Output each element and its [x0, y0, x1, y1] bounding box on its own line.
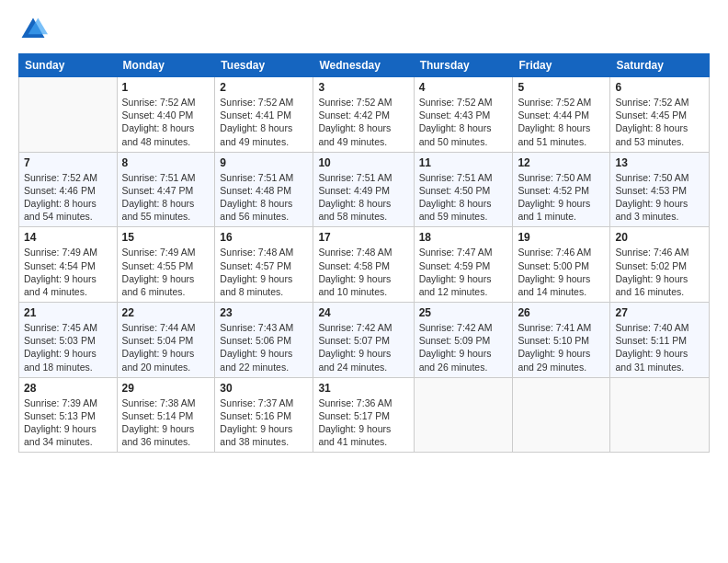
day-number: 1 — [122, 81, 210, 94]
calendar-cell — [513, 377, 610, 453]
calendar-cell: 16Sunrise: 7:48 AMSunset: 4:57 PMDayligh… — [215, 227, 313, 303]
calendar-cell: 31Sunrise: 7:36 AMSunset: 5:17 PMDayligh… — [313, 377, 414, 453]
day-info: Sunrise: 7:43 AMSunset: 5:06 PMDaylight:… — [220, 321, 308, 373]
day-number: 11 — [419, 156, 508, 169]
day-number: 4 — [419, 81, 508, 94]
calendar-cell: 13Sunrise: 7:50 AMSunset: 4:53 PMDayligh… — [610, 152, 710, 227]
day-number: 6 — [615, 81, 704, 94]
day-info: Sunrise: 7:45 AMSunset: 5:03 PMDaylight:… — [24, 321, 112, 373]
day-number: 18 — [419, 231, 508, 244]
day-info: Sunrise: 7:36 AMSunset: 5:17 PMDaylight:… — [318, 396, 408, 449]
day-info: Sunrise: 7:49 AMSunset: 4:55 PMDaylight:… — [122, 246, 210, 298]
calendar-cell: 26Sunrise: 7:41 AMSunset: 5:10 PMDayligh… — [513, 303, 610, 378]
weekday-header-sunday: Sunday — [19, 54, 118, 77]
header — [18, 15, 710, 44]
weekday-header-monday: Monday — [117, 54, 215, 77]
day-info: Sunrise: 7:52 AMSunset: 4:40 PMDaylight:… — [122, 96, 210, 148]
day-info: Sunrise: 7:39 AMSunset: 5:13 PMDaylight:… — [24, 396, 112, 449]
day-info: Sunrise: 7:40 AMSunset: 5:11 PMDaylight:… — [615, 321, 704, 373]
day-number: 3 — [318, 81, 408, 94]
day-number: 21 — [24, 306, 112, 319]
day-number: 25 — [419, 306, 508, 319]
calendar-cell: 25Sunrise: 7:42 AMSunset: 5:09 PMDayligh… — [414, 303, 513, 378]
day-number: 17 — [318, 231, 408, 244]
calendar-cell: 27Sunrise: 7:40 AMSunset: 5:11 PMDayligh… — [610, 303, 710, 378]
day-info: Sunrise: 7:49 AMSunset: 4:54 PMDaylight:… — [24, 246, 112, 298]
day-info: Sunrise: 7:50 AMSunset: 4:53 PMDaylight:… — [615, 171, 704, 224]
day-info: Sunrise: 7:52 AMSunset: 4:46 PMDaylight:… — [24, 171, 112, 224]
day-number: 30 — [220, 382, 308, 395]
calendar-cell: 10Sunrise: 7:51 AMSunset: 4:49 PMDayligh… — [313, 152, 414, 227]
day-number: 8 — [122, 156, 210, 169]
calendar-cell: 11Sunrise: 7:51 AMSunset: 4:50 PMDayligh… — [414, 152, 513, 227]
day-number: 12 — [518, 156, 605, 169]
day-info: Sunrise: 7:50 AMSunset: 4:52 PMDaylight:… — [518, 171, 605, 224]
calendar-cell: 22Sunrise: 7:44 AMSunset: 5:04 PMDayligh… — [117, 303, 215, 378]
day-info: Sunrise: 7:46 AMSunset: 5:02 PMDaylight:… — [615, 246, 704, 298]
day-info: Sunrise: 7:44 AMSunset: 5:04 PMDaylight:… — [122, 321, 210, 373]
page: SundayMondayTuesdayWednesdayThursdayFrid… — [0, 0, 728, 563]
calendar-cell — [610, 377, 710, 453]
day-number: 26 — [518, 306, 605, 319]
day-info: Sunrise: 7:41 AMSunset: 5:10 PMDaylight:… — [518, 321, 605, 373]
day-number: 24 — [318, 306, 408, 319]
weekday-header-thursday: Thursday — [414, 54, 513, 77]
day-number: 7 — [24, 156, 112, 169]
calendar-cell: 7Sunrise: 7:52 AMSunset: 4:46 PMDaylight… — [19, 152, 118, 227]
day-info: Sunrise: 7:37 AMSunset: 5:16 PMDaylight:… — [220, 396, 308, 449]
calendar-cell: 23Sunrise: 7:43 AMSunset: 5:06 PMDayligh… — [215, 303, 313, 378]
calendar-cell: 12Sunrise: 7:50 AMSunset: 4:52 PMDayligh… — [513, 152, 610, 227]
calendar-cell: 29Sunrise: 7:38 AMSunset: 5:14 PMDayligh… — [117, 377, 215, 453]
day-info: Sunrise: 7:42 AMSunset: 5:09 PMDaylight:… — [419, 321, 508, 373]
day-number: 5 — [518, 81, 605, 94]
calendar-cell: 4Sunrise: 7:52 AMSunset: 4:43 PMDaylight… — [414, 77, 513, 153]
weekday-header-friday: Friday — [513, 54, 610, 77]
day-number: 13 — [615, 156, 704, 169]
calendar-cell — [19, 77, 118, 153]
calendar-cell: 9Sunrise: 7:51 AMSunset: 4:48 PMDaylight… — [215, 152, 313, 227]
calendar-cell: 20Sunrise: 7:46 AMSunset: 5:02 PMDayligh… — [610, 227, 710, 303]
day-info: Sunrise: 7:51 AMSunset: 4:50 PMDaylight:… — [419, 171, 508, 224]
calendar-cell: 8Sunrise: 7:51 AMSunset: 4:47 PMDaylight… — [117, 152, 215, 227]
calendar-cell: 28Sunrise: 7:39 AMSunset: 5:13 PMDayligh… — [19, 377, 118, 453]
day-info: Sunrise: 7:48 AMSunset: 4:58 PMDaylight:… — [318, 246, 408, 298]
calendar-cell: 18Sunrise: 7:47 AMSunset: 4:59 PMDayligh… — [414, 227, 513, 303]
day-number: 23 — [220, 306, 308, 319]
day-number: 10 — [318, 156, 408, 169]
calendar-cell: 19Sunrise: 7:46 AMSunset: 5:00 PMDayligh… — [513, 227, 610, 303]
day-number: 20 — [615, 231, 704, 244]
weekday-header-saturday: Saturday — [610, 54, 710, 77]
day-number: 28 — [24, 382, 112, 395]
day-info: Sunrise: 7:51 AMSunset: 4:49 PMDaylight:… — [318, 171, 408, 224]
calendar-cell: 17Sunrise: 7:48 AMSunset: 4:58 PMDayligh… — [313, 227, 414, 303]
day-info: Sunrise: 7:52 AMSunset: 4:43 PMDaylight:… — [419, 96, 508, 148]
day-number: 19 — [518, 231, 605, 244]
day-info: Sunrise: 7:52 AMSunset: 4:41 PMDaylight:… — [220, 96, 308, 148]
day-info: Sunrise: 7:46 AMSunset: 5:00 PMDaylight:… — [518, 246, 605, 298]
weekday-header-tuesday: Tuesday — [215, 54, 313, 77]
calendar-cell: 5Sunrise: 7:52 AMSunset: 4:44 PMDaylight… — [513, 77, 610, 153]
day-info: Sunrise: 7:47 AMSunset: 4:59 PMDaylight:… — [419, 246, 508, 298]
calendar-cell: 1Sunrise: 7:52 AMSunset: 4:40 PMDaylight… — [117, 77, 215, 153]
day-info: Sunrise: 7:51 AMSunset: 4:48 PMDaylight:… — [220, 171, 308, 224]
calendar-cell — [414, 377, 513, 453]
day-number: 29 — [122, 382, 210, 395]
logo — [18, 15, 51, 44]
calendar-cell: 21Sunrise: 7:45 AMSunset: 5:03 PMDayligh… — [19, 303, 118, 378]
day-number: 15 — [122, 231, 210, 244]
calendar-cell: 15Sunrise: 7:49 AMSunset: 4:55 PMDayligh… — [117, 227, 215, 303]
day-info: Sunrise: 7:42 AMSunset: 5:07 PMDaylight:… — [318, 321, 408, 373]
calendar-table: SundayMondayTuesdayWednesdayThursdayFrid… — [18, 53, 710, 453]
day-info: Sunrise: 7:52 AMSunset: 4:42 PMDaylight:… — [318, 96, 408, 148]
calendar-cell: 2Sunrise: 7:52 AMSunset: 4:41 PMDaylight… — [215, 77, 313, 153]
day-info: Sunrise: 7:52 AMSunset: 4:44 PMDaylight:… — [518, 96, 605, 148]
day-info: Sunrise: 7:51 AMSunset: 4:47 PMDaylight:… — [122, 171, 210, 224]
day-number: 31 — [318, 382, 408, 395]
day-info: Sunrise: 7:52 AMSunset: 4:45 PMDaylight:… — [615, 96, 704, 148]
weekday-header-wednesday: Wednesday — [313, 54, 414, 77]
day-info: Sunrise: 7:48 AMSunset: 4:57 PMDaylight:… — [220, 246, 308, 298]
day-number: 16 — [220, 231, 308, 244]
calendar-cell: 30Sunrise: 7:37 AMSunset: 5:16 PMDayligh… — [215, 377, 313, 453]
day-number: 9 — [220, 156, 308, 169]
logo-icon — [18, 15, 48, 44]
